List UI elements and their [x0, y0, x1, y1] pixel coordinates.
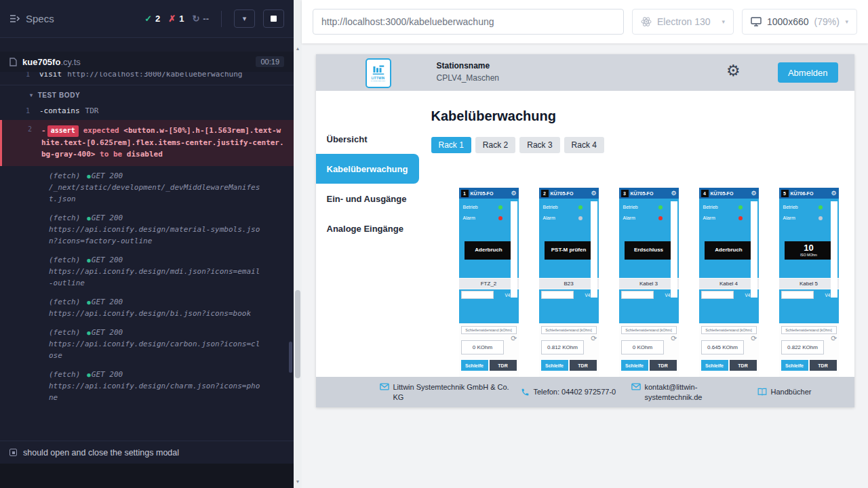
- device-card-2: 2 KÜ705-FO ⚙ Betrieb Alarm PST-M prüfen …: [539, 188, 599, 391]
- tab-rack-1[interactable]: Rack 1: [431, 137, 471, 153]
- log-command-contains[interactable]: 1 -containsTDR: [0, 104, 294, 118]
- collapse-all-button[interactable]: ▾: [234, 9, 255, 28]
- alarm-led: [498, 216, 502, 220]
- footer-email[interactable]: kontakt@littwin-systemtechnik.de: [631, 382, 747, 402]
- schleife-button[interactable]: Schleife: [461, 360, 488, 371]
- spec-header[interactable]: kue705fo .cy.ts 00:19: [0, 52, 294, 72]
- rack-tabs: Rack 1 Rack 2 Rack 3 Rack 4: [431, 137, 854, 153]
- failed-stat[interactable]: ✗1: [168, 14, 184, 24]
- scroll-down-icon[interactable]: ▼: [294, 479, 302, 484]
- log-fetch-row[interactable]: (fetch)●GET 200 /_next/static/developmen…: [0, 168, 294, 208]
- fetch-url: https://api.iconify.design/mdi.json?icon…: [49, 266, 262, 289]
- cypress-topbar: Specs ✓2 ✗1 ↻-- ▾: [0, 0, 294, 38]
- log-scrollbar-thumb[interactable]: [289, 342, 292, 373]
- app-sidebar: Übersicht Kabelüberwachung Ein- und Ausg…: [316, 91, 419, 407]
- specs-menu[interactable]: Specs: [9, 13, 54, 24]
- viewport-select[interactable]: 1000x660 (79%) ▾: [742, 9, 857, 35]
- refresh-icon[interactable]: ⟳: [831, 335, 837, 342]
- sidebar-item-analoge-eingaenge[interactable]: Analoge Eingänge: [316, 214, 419, 243]
- status-dot-icon: ●: [87, 371, 90, 378]
- browser-select[interactable]: Electron 130 ▾: [632, 9, 734, 35]
- log-fetch-row[interactable]: (fetch)●GET 200 https://api.iconify.desi…: [0, 367, 294, 407]
- command-arg: TDR: [85, 106, 99, 115]
- tab-rack-3[interactable]: Rack 3: [519, 137, 559, 153]
- alarm-led-row: Alarm: [699, 216, 759, 220]
- device-model: KÜ705-FO: [631, 191, 669, 196]
- resistance-value: 0.812 KOhm: [541, 340, 585, 354]
- tab-rack-2[interactable]: Rack 2: [475, 137, 515, 153]
- sidebar-item-ein-und-ausgaenge[interactable]: Ein- und Ausgänge: [316, 184, 419, 214]
- betrieb-led: [738, 205, 743, 209]
- spec-name: kue705fo: [22, 57, 60, 67]
- log-fetch-row[interactable]: (fetch)●GET 200 https://api.iconify.desi…: [0, 252, 294, 292]
- betrieb-led-row: Betrieb: [619, 205, 679, 209]
- passed-stat[interactable]: ✓2: [144, 14, 160, 24]
- panel-scrollbar[interactable]: ▲ ▼: [294, 0, 302, 488]
- device-buttons: Schleife TDR: [621, 360, 677, 371]
- next-test-row[interactable]: should open and close the settings modal: [0, 441, 294, 464]
- resistance-label: Schleifenwiderstand [kOhm]: [541, 326, 597, 334]
- resistance-value: 0.822 KOhm: [781, 340, 825, 354]
- sidebar-item-uebersicht[interactable]: Übersicht: [316, 124, 419, 154]
- settings-gear-icon[interactable]: ⚙: [726, 63, 741, 79]
- refresh-icon[interactable]: ⟳: [511, 335, 517, 342]
- device-buttons: Schleife TDR: [461, 360, 517, 371]
- url-input[interactable]: http://localhost:3000/kabelueberwachung: [313, 9, 624, 35]
- log-fetch-row[interactable]: (fetch)●GET 200 https://api.iconify.desi…: [0, 210, 294, 250]
- refresh-icon[interactable]: ⟳: [591, 335, 597, 342]
- log-failed-assert[interactable]: 2 -assertexpected <button.w-[50%].h-[1.5…: [0, 120, 294, 166]
- log-command-visit[interactable]: 1 visithttp://localhost:3000/kabelueberw…: [0, 72, 294, 81]
- device-buttons: Schleife TDR: [701, 360, 757, 371]
- device-number: 1: [461, 190, 469, 197]
- stop-run-button[interactable]: [263, 9, 284, 28]
- schleife-button[interactable]: Schleife: [701, 360, 728, 371]
- device-status-display: Aderbruch: [465, 241, 513, 260]
- footer-manuals[interactable]: Handbücher: [757, 387, 812, 396]
- tdr-button[interactable]: TDR: [570, 360, 597, 371]
- station-label: Stationsname: [437, 61, 500, 70]
- device-side-panel: [591, 201, 597, 298]
- betrieb-led-row: Betrieb: [699, 205, 759, 209]
- sidebar-item-kabelueberwachung[interactable]: Kabelüberwachung: [316, 154, 419, 184]
- spacer: [0, 38, 294, 52]
- cable-name: B23: [539, 278, 599, 289]
- betrieb-led: [818, 205, 823, 209]
- schleife-button[interactable]: Schleife: [621, 360, 648, 371]
- name-input[interactable]: [621, 291, 654, 299]
- station-name: CPLV4_Maschen: [437, 73, 500, 83]
- device-card-5: 5 KÜ706-FO ⚙ Betrieb Alarm 10 ISO MOhm: [779, 188, 839, 391]
- name-input[interactable]: [781, 291, 814, 299]
- tdr-button[interactable]: TDR: [490, 360, 517, 371]
- log-fetch-row[interactable]: (fetch)●GET 200 https://api.iconify.desi…: [0, 294, 294, 323]
- refresh-icon[interactable]: ⟳: [751, 335, 757, 342]
- device-titlebar: 4 KÜ705-FO ⚙: [699, 188, 759, 199]
- schleife-button[interactable]: Schleife: [541, 360, 568, 371]
- scroll-up-icon[interactable]: ▲: [294, 46, 302, 51]
- device-gear-icon[interactable]: ⚙: [671, 190, 676, 197]
- tdr-button[interactable]: TDR: [810, 360, 837, 371]
- mail-icon: [380, 383, 389, 390]
- line-number: 1: [0, 72, 39, 79]
- test-body-section[interactable]: ▾ TEST BODY: [0, 85, 294, 104]
- pending-stat[interactable]: ↻--: [192, 14, 209, 24]
- name-input[interactable]: [541, 291, 574, 299]
- schleife-button[interactable]: Schleife: [781, 360, 808, 371]
- name-input[interactable]: [701, 291, 734, 299]
- scrollbar-thumb[interactable]: [295, 290, 300, 378]
- spec-file-icon: [9, 58, 17, 66]
- device-gear-icon[interactable]: ⚙: [751, 190, 756, 197]
- alarm-led-row: Alarm: [619, 216, 679, 220]
- logout-button[interactable]: Abmelden: [778, 62, 838, 83]
- refresh-icon[interactable]: ⟳: [671, 335, 677, 342]
- device-gear-icon[interactable]: ⚙: [591, 190, 596, 197]
- device-gear-icon[interactable]: ⚙: [831, 190, 836, 197]
- log-fetch-row[interactable]: (fetch)●GET 200 https://api.iconify.desi…: [0, 325, 294, 365]
- betrieb-led: [578, 205, 583, 209]
- device-buttons: Schleife TDR: [541, 360, 597, 371]
- tdr-button[interactable]: TDR: [650, 360, 677, 371]
- device-side-panel: [751, 201, 757, 298]
- device-gear-icon[interactable]: ⚙: [511, 190, 516, 197]
- name-input[interactable]: [461, 291, 494, 299]
- tdr-button[interactable]: TDR: [730, 360, 757, 371]
- tab-rack-4[interactable]: Rack 4: [564, 137, 604, 153]
